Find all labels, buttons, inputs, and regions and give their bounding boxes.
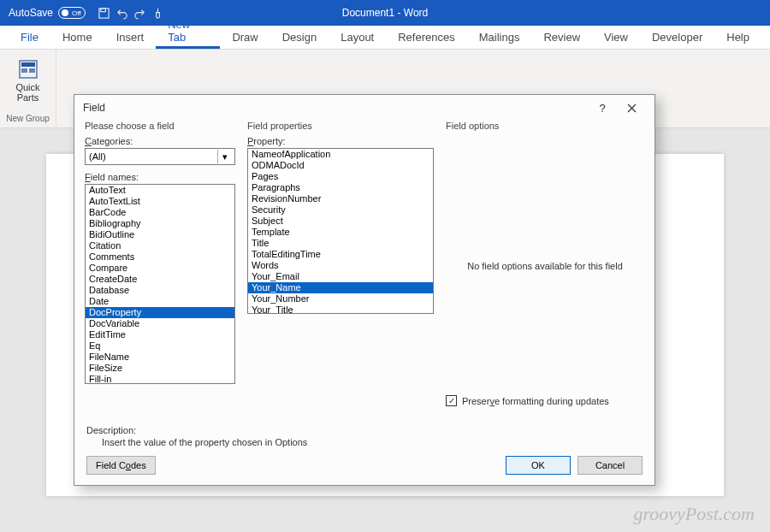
list-item[interactable]: Database bbox=[86, 285, 234, 296]
svg-rect-4 bbox=[21, 68, 27, 73]
watermark: groovyPost.com bbox=[633, 503, 755, 525]
panel-header: Field properties bbox=[247, 121, 434, 131]
list-item[interactable]: ODMADocId bbox=[248, 160, 433, 171]
property-listbox[interactable]: NameofApplicationODMADocIdPagesParagraph… bbox=[247, 148, 434, 314]
tab-design[interactable]: Design bbox=[270, 27, 329, 49]
list-item[interactable]: Your_Title bbox=[248, 304, 433, 314]
dialog-footer: Field Codes OK Cancel bbox=[74, 447, 654, 485]
quick-access-toolbar bbox=[98, 7, 164, 20]
panel-header: Field options bbox=[446, 121, 644, 131]
list-item[interactable]: NameofApplication bbox=[248, 149, 433, 160]
list-item[interactable]: Comments bbox=[86, 251, 234, 263]
title-bar: AutoSave Off Document1 - Word bbox=[0, 0, 770, 26]
fieldnames-listbox[interactable]: AutoTextAutoTextListBarCodeBibliographyB… bbox=[85, 184, 235, 384]
list-item[interactable]: Template bbox=[248, 227, 433, 238]
list-item[interactable]: Citation bbox=[86, 240, 234, 251]
tab-developer[interactable]: Developer bbox=[640, 27, 714, 49]
fieldnames-label: Field names: bbox=[85, 172, 235, 182]
list-item[interactable]: Your_Email bbox=[248, 271, 433, 282]
no-options-text: No field options available for this fiel… bbox=[446, 136, 644, 395]
tab-mailings[interactable]: Mailings bbox=[467, 27, 532, 49]
list-item[interactable]: Words bbox=[248, 260, 433, 271]
quick-parts-icon bbox=[17, 58, 39, 80]
list-item[interactable]: Paragraphs bbox=[248, 182, 433, 193]
dialog-titlebar: Field ? bbox=[74, 95, 654, 121]
list-item[interactable]: DocVariable bbox=[86, 318, 234, 329]
list-item[interactable]: Date bbox=[86, 296, 234, 307]
list-item[interactable]: Title bbox=[248, 238, 433, 249]
redo-icon[interactable] bbox=[133, 7, 146, 20]
tab-references[interactable]: References bbox=[386, 27, 466, 49]
save-icon[interactable] bbox=[98, 7, 110, 20]
svg-rect-5 bbox=[29, 68, 35, 73]
ok-button[interactable]: OK bbox=[506, 456, 571, 475]
tab-draw[interactable]: Draw bbox=[220, 27, 270, 49]
field-options-panel: Field options No field options available… bbox=[446, 121, 644, 415]
dialog-title: Field bbox=[83, 102, 105, 114]
description-text: Insert the value of the property chosen … bbox=[86, 435, 643, 447]
chevron-down-icon: ▾ bbox=[217, 150, 231, 163]
ribbon-group-label: New Group bbox=[3, 113, 53, 124]
list-item[interactable]: Subject bbox=[248, 216, 433, 227]
tab-view[interactable]: View bbox=[592, 27, 640, 49]
list-item[interactable]: BarCode bbox=[86, 207, 234, 218]
list-item[interactable]: TotalEditingTime bbox=[248, 249, 433, 260]
list-item[interactable]: AutoText bbox=[86, 185, 234, 196]
checkbox-icon: ✓ bbox=[446, 395, 457, 406]
list-item[interactable]: Pages bbox=[248, 171, 433, 182]
list-item[interactable]: Fill-in bbox=[86, 374, 234, 384]
tab-layout[interactable]: Layout bbox=[329, 27, 386, 49]
list-item[interactable]: Security bbox=[248, 204, 433, 216]
list-item[interactable]: BidiOutline bbox=[86, 229, 234, 240]
ribbon-group-new: Quick Parts New Group bbox=[0, 50, 56, 127]
tab-review[interactable]: Review bbox=[531, 27, 592, 49]
svg-rect-3 bbox=[21, 62, 35, 67]
touch-mouse-icon[interactable] bbox=[151, 7, 164, 20]
property-label: Property: bbox=[247, 136, 434, 146]
field-dialog: Field ? Please choose a field Categories… bbox=[74, 94, 655, 486]
list-item[interactable]: Compare bbox=[86, 263, 234, 274]
tab-file[interactable]: File bbox=[9, 27, 50, 49]
field-properties-panel: Field properties Property: NameofApplica… bbox=[247, 121, 434, 415]
list-item[interactable]: Eq bbox=[86, 340, 234, 352]
ribbon-tabs: FileHomeInsertNew TabDrawDesignLayoutRef… bbox=[0, 26, 770, 50]
quick-parts-button[interactable]: Quick Parts bbox=[15, 53, 39, 113]
list-item[interactable]: Your_Number bbox=[248, 293, 433, 304]
svg-rect-1 bbox=[101, 8, 106, 11]
field-codes-button[interactable]: Field Codes bbox=[86, 456, 156, 475]
close-button[interactable] bbox=[617, 95, 646, 121]
panel-header: Please choose a field bbox=[85, 121, 235, 131]
tab-insert[interactable]: Insert bbox=[104, 27, 157, 49]
list-item[interactable]: Your_Name bbox=[248, 282, 433, 293]
choose-field-panel: Please choose a field Categories: (All) … bbox=[85, 121, 235, 415]
cancel-button[interactable]: Cancel bbox=[578, 456, 643, 475]
list-item[interactable]: EditTime bbox=[86, 329, 234, 340]
description-section: Description: Insert the value of the pro… bbox=[74, 420, 654, 447]
list-item[interactable]: FileName bbox=[86, 352, 234, 363]
list-item[interactable]: FileSize bbox=[86, 363, 234, 374]
close-icon bbox=[627, 103, 637, 113]
undo-icon[interactable] bbox=[116, 7, 128, 20]
tab-help[interactable]: Help bbox=[714, 27, 761, 49]
list-item[interactable]: AutoTextList bbox=[86, 196, 234, 207]
help-button[interactable]: ? bbox=[588, 95, 617, 121]
categories-label: Categories: bbox=[85, 136, 235, 146]
autosave-toggle[interactable]: AutoSave Off bbox=[9, 7, 86, 19]
description-label: Description: bbox=[86, 425, 643, 435]
list-item[interactable]: Bibliography bbox=[86, 218, 234, 229]
list-item[interactable]: CreateDate bbox=[86, 274, 234, 285]
preserve-formatting-checkbox[interactable]: ✓ Preserve formatting during updates bbox=[446, 395, 644, 415]
list-item[interactable]: RevisionNumber bbox=[248, 193, 433, 204]
list-item[interactable]: DocProperty bbox=[86, 307, 234, 318]
tab-home[interactable]: Home bbox=[50, 27, 104, 49]
categories-combo[interactable]: (All) ▾ bbox=[85, 148, 235, 165]
